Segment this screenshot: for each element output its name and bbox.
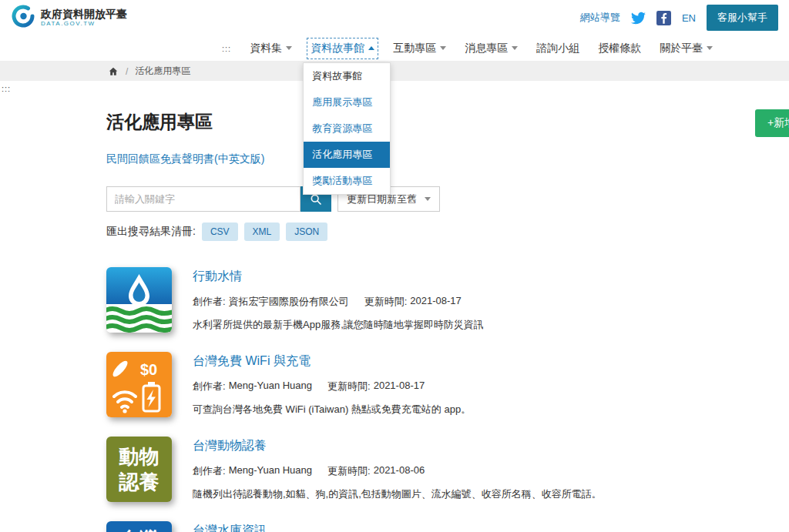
add-button[interactable]: +新增 (755, 109, 789, 137)
facebook-icon[interactable] (656, 11, 671, 25)
main-content: 活化應用專區 民間回饋區免責聲明書(中英文版) 更新日期新至舊 匯出搜尋結果清冊… (0, 110, 789, 532)
export-xml-button[interactable]: XML (244, 223, 280, 241)
dropdown-item-app-showcase[interactable]: 應用展示專區 (304, 89, 390, 115)
list-item: 台灣 台灣水庫資訊 創作者:Meng-Yuan Huang 更新時間:2021-… (106, 521, 789, 532)
export-row: 匯出搜尋結果清冊: CSV XML JSON (106, 223, 789, 241)
nav-item-advisory[interactable]: 諮詢小組 (536, 42, 579, 55)
app-meta: 創作者:Meng-Yuan Huang 更新時間:2021-08-06 (193, 464, 602, 478)
app-title-link[interactable]: 台灣動物認養 (193, 438, 267, 454)
list-item: 動物 認養 台灣動物認養 創作者:Meng-Yuan Huang 更新時間:20… (106, 437, 789, 502)
chevron-down-icon (440, 46, 446, 50)
breadcrumb-current: 活化應用專區 (135, 65, 190, 78)
chevron-down-icon (425, 197, 431, 201)
logo-title: 政府資料開放平臺 (41, 8, 127, 20)
list-item: 行動水情 創作者:資拓宏宇國際股份有限公司 更新時間:2021-08-17 水利… (106, 267, 789, 333)
disclaimer-link[interactable]: 民間回饋區免責聲明書(中英文版) (106, 152, 264, 166)
app-description: 可查詢台灣各地免費 WiFi (iTaiwan) 熱點或免費充電站的 app。 (193, 403, 471, 417)
site-logo[interactable]: 政府資料開放平臺 DATA.GOV.TW (11, 4, 127, 32)
app-title-link[interactable]: 台灣免費 WiFi 與充電 (193, 353, 311, 370)
dropdown-item-education[interactable]: 教育資源專區 (304, 115, 390, 142)
language-switch[interactable]: EN (682, 12, 696, 24)
logo-swirl-icon (11, 4, 35, 32)
nav-accessibility-anchor[interactable]: ::: (222, 44, 231, 53)
export-csv-button[interactable]: CSV (202, 223, 238, 241)
search-bar: 更新日期新至舊 (106, 186, 789, 212)
app-meta: 創作者:Meng-Yuan Huang 更新時間:2021-08-17 (193, 380, 471, 393)
nav-item-data-stories[interactable]: 資料故事館 資料故事館 應用展示專區 教育資源專區 活化應用專區 獎勵活動專區 (311, 42, 374, 55)
free-wifi-app-icon[interactable]: $0 (106, 352, 172, 417)
export-json-button[interactable]: JSON (286, 223, 327, 241)
home-icon[interactable] (108, 66, 119, 77)
content-accessibility-anchor[interactable]: ::: (2, 84, 11, 93)
app-title-link[interactable]: 行動水情 (193, 269, 242, 285)
data-stories-dropdown: 資料故事館 應用展示專區 教育資源專區 活化應用專區 獎勵活動專區 (303, 62, 391, 195)
dropdown-item-data-stories[interactable]: 資料故事館 (304, 63, 390, 89)
animal-adoption-app-icon[interactable]: 動物 認養 (106, 437, 172, 502)
search-input[interactable] (106, 186, 300, 212)
site-header: 政府資料開放平臺 DATA.GOV.TW 網站導覽 EN 客服小幫手 (0, 0, 789, 35)
water-drop-app-icon[interactable] (106, 267, 172, 333)
chevron-down-icon (512, 46, 518, 50)
twitter-icon[interactable] (631, 11, 646, 25)
breadcrumb: / 活化應用專區 (0, 62, 789, 81)
dropdown-item-activation[interactable]: 活化應用專區 (304, 142, 390, 168)
support-button[interactable]: 客服小幫手 (707, 5, 778, 31)
chevron-down-icon (707, 46, 713, 50)
nav-item-about[interactable]: 關於平臺 (660, 42, 713, 55)
dropdown-item-rewards[interactable]: 獎勵活動專區 (304, 168, 390, 194)
sitemap-link[interactable]: 網站導覽 (580, 11, 620, 25)
nav-item-license[interactable]: 授權條款 (598, 42, 641, 55)
page-title: 活化應用專區 (106, 110, 789, 134)
nav-item-datasets[interactable]: 資料集 (250, 42, 292, 55)
export-label: 匯出搜尋結果清冊: (106, 225, 196, 239)
app-meta: 創作者:資拓宏宇國際股份有限公司 更新時間:2021-08-17 (193, 295, 484, 309)
svg-text:$0: $0 (140, 361, 157, 378)
reservoir-app-icon[interactable]: 台灣 (106, 521, 172, 532)
list-item: $0 台灣免費 WiFi 與充電 創作者:Meng-Yuan Huang (106, 352, 789, 417)
app-description: 隨機列出待認養動物,如貓、狗,的資訊,包括動物圖片、流水編號、收容所名稱、收容所… (193, 487, 602, 501)
nav-item-news[interactable]: 消息專區 (465, 42, 518, 55)
search-icon (310, 193, 322, 206)
app-title-link[interactable]: 台灣水庫資訊 (193, 523, 267, 532)
logo-subtitle: DATA.GOV.TW (41, 20, 127, 27)
nav-item-interactive[interactable]: 互動專區 (393, 42, 446, 55)
main-nav: ::: 資料集 資料故事館 資料故事館 應用展示專區 教育資源專區 活化應用專區… (0, 35, 789, 62)
app-list: 行動水情 創作者:資拓宏宇國際股份有限公司 更新時間:2021-08-17 水利… (106, 267, 789, 532)
chevron-down-icon (286, 46, 292, 50)
chevron-up-icon (368, 46, 374, 50)
app-description: 水利署所提供的最新手機App服務,讓您隨時隨地掌握即時防災資訊 (193, 318, 484, 332)
